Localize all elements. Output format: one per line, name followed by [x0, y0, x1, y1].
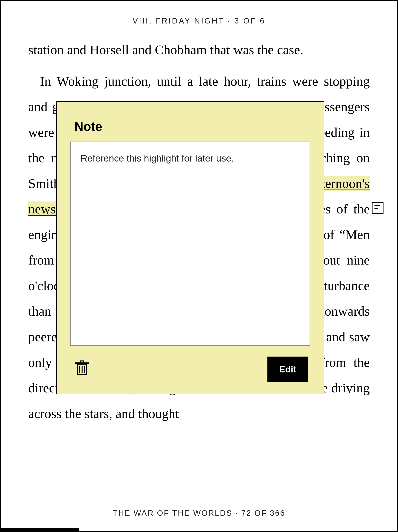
edit-button[interactable]: Edit [268, 357, 308, 382]
note-marker-icon[interactable] [372, 202, 384, 214]
page-current: 72 [241, 509, 252, 517]
page-footer: THE WAR OF THE WORLDS · 72 OF 366 [1, 509, 397, 518]
paragraph: station and Horsell and Chobham that was… [28, 37, 370, 63]
body-text-fragment: station and Horsell and Chobham that was… [28, 42, 303, 57]
chapter-header: VIII. FRIDAY NIGHT · 3 OF 6 [28, 11, 370, 37]
chapter-label: VIII. FRIDAY NIGHT [132, 16, 224, 25]
note-actions: Edit [70, 346, 310, 382]
book-title: THE WAR OF THE WORLDS [112, 509, 232, 517]
of-label: OF [240, 16, 260, 25]
chapter-page-total: 6 [260, 16, 266, 25]
of-label: OF [252, 509, 270, 517]
note-content[interactable]: Reference this highlight for later use. [70, 142, 310, 346]
separator: · [224, 16, 234, 25]
note-popup: Note Reference this highlight for later … [56, 101, 324, 394]
progress-fill [1, 528, 79, 531]
chapter-page-current: 3 [235, 16, 240, 25]
page-total: 366 [270, 509, 286, 517]
progress-bar[interactable] [1, 528, 397, 531]
trash-icon[interactable] [76, 362, 88, 376]
separator: · [232, 509, 241, 517]
note-popup-title: Note [74, 119, 310, 134]
